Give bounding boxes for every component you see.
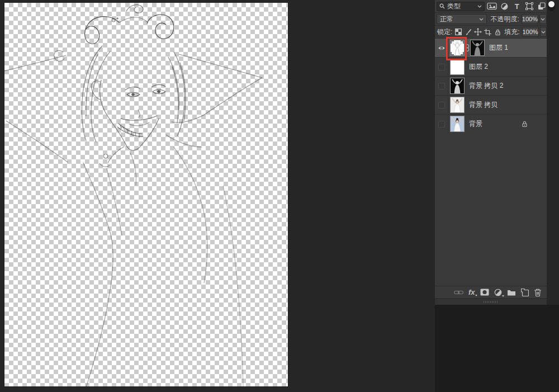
new-layer-button[interactable] — [521, 289, 529, 296]
lock-transparency-icon — [455, 29, 462, 35]
lock-paint-icon — [465, 29, 472, 36]
layer-filter-type-select[interactable]: 类型 — [437, 2, 485, 11]
add-mask-button[interactable] — [480, 289, 489, 296]
layer-name: 背景 拷贝 — [469, 100, 498, 110]
layer-mask-thumbnail[interactable] — [470, 40, 485, 56]
grip-dots-icon — [484, 301, 498, 303]
layer-thumbnail[interactable] — [450, 97, 465, 113]
document-canvas[interactable] — [4, 3, 288, 386]
layer-name: 背景 — [469, 119, 482, 129]
link-layers-button[interactable] — [454, 290, 463, 295]
layer-filter-toggle[interactable] — [548, 1, 555, 11]
layer-row-beijing-kaobei[interactable]: 背景 拷贝 — [435, 95, 547, 114]
lock-transparency-button[interactable] — [454, 27, 463, 37]
lock-all-button[interactable] — [494, 27, 503, 37]
blend-mode-select[interactable]: 正常 — [437, 14, 487, 24]
lock-artboard-icon — [484, 29, 491, 36]
opacity-label: 不透明度: — [490, 15, 519, 24]
layer-style-icon: fx — [468, 289, 475, 296]
layer-filter-bar: 类型 T — [435, 0, 547, 12]
layer-row-beijing-kaobei2[interactable]: 背景 拷贝 2 — [435, 76, 547, 95]
delete-layer-button[interactable] — [534, 289, 542, 296]
lock-icon — [522, 120, 528, 127]
hidden-layer-checkbox — [438, 83, 445, 89]
flyout-triangle-icon — [475, 295, 477, 296]
delete-layer-icon — [534, 289, 542, 296]
layers-bottom-bar: fx — [435, 286, 547, 298]
add-mask-icon — [480, 289, 489, 296]
lock-label: 锁定: — [437, 27, 452, 37]
visibility-toggle[interactable] — [435, 96, 448, 114]
chevron-down-icon — [541, 31, 546, 34]
layer-thumbnail[interactable] — [450, 59, 465, 75]
lock-all-icon — [495, 29, 501, 36]
thumbnail-figure — [451, 97, 464, 112]
visibility-toggle[interactable] — [435, 77, 448, 95]
annotation-highlight-box — [446, 37, 467, 60]
chevron-down-icon — [541, 18, 545, 21]
shape-filter-button[interactable] — [524, 1, 534, 11]
type-filter-icon: T — [515, 3, 519, 10]
lock-fill-row: 锁定: — [435, 25, 547, 38]
layer-style-button[interactable]: fx — [468, 289, 475, 296]
mask-thumbnail-figure — [471, 40, 484, 55]
panel-empty-area — [435, 133, 547, 286]
filter-type-label: 类型 — [447, 2, 475, 11]
adjustment-layer-icon — [494, 289, 502, 296]
panel-resize-handle[interactable] — [435, 298, 547, 305]
panel-right-gutter — [547, 0, 559, 305]
hidden-layer-checkbox — [438, 121, 445, 127]
flyout-triangle-icon — [502, 295, 504, 297]
pixel-filter-button[interactable] — [487, 1, 497, 11]
lock-move-icon — [474, 28, 482, 36]
type-filter-button[interactable]: T — [512, 1, 522, 11]
thumbnail-figure — [451, 116, 464, 131]
hidden-layer-checkbox — [438, 64, 445, 70]
chevron-down-icon — [479, 18, 484, 21]
fill-label: 填充: — [504, 27, 519, 37]
new-group-button[interactable] — [507, 289, 516, 296]
thumbnail-figure — [451, 78, 464, 93]
lock-artboard-button[interactable] — [484, 27, 492, 37]
pixel-filter-icon — [487, 2, 497, 10]
lock-move-button[interactable] — [473, 27, 482, 37]
new-layer-icon — [521, 289, 529, 296]
search-icon — [439, 3, 445, 9]
toggle-knob-icon — [548, 1, 555, 7]
hidden-layer-checkbox — [438, 102, 445, 108]
eye-icon — [438, 45, 446, 51]
adjustment-filter-icon — [501, 3, 508, 10]
layer-name: 背景 拷贝 2 — [469, 81, 503, 91]
visibility-toggle[interactable] — [435, 115, 448, 133]
layer-row-beijing[interactable]: 背景 — [435, 114, 547, 133]
pencil-sketch-artwork — [4, 3, 288, 386]
blend-mode-value: 正常 — [440, 15, 479, 24]
link-layers-icon — [454, 290, 463, 295]
adjustment-filter-button[interactable] — [499, 1, 509, 11]
layer-name: 图层 1 — [489, 43, 508, 53]
photoshop-workspace: 类型 T — [0, 0, 559, 392]
smart-object-filter-icon — [538, 2, 546, 10]
smart-object-filter-button[interactable] — [537, 1, 547, 11]
fill-value: 100% — [523, 29, 538, 35]
opacity-dropdown-button[interactable] — [539, 14, 547, 24]
opacity-value-field[interactable]: 100% — [522, 14, 538, 24]
layer-locked-badge — [522, 120, 528, 127]
shape-filter-icon — [525, 2, 533, 10]
chevron-down-icon — [477, 5, 482, 8]
layer-thumbnail[interactable] — [450, 78, 465, 94]
lock-paint-button[interactable] — [464, 27, 473, 37]
layer-name: 图层 2 — [469, 62, 488, 72]
blend-opacity-row: 正常 不透明度: 100% — [435, 12, 547, 25]
workspace-background — [435, 305, 559, 392]
new-group-icon — [507, 289, 516, 296]
adjustment-layer-button[interactable] — [494, 289, 502, 296]
fill-value-field[interactable]: 100% — [522, 27, 539, 37]
layer-thumbnail[interactable] — [450, 116, 465, 132]
opacity-value: 100% — [522, 16, 538, 22]
fill-dropdown-button[interactable] — [540, 27, 547, 37]
